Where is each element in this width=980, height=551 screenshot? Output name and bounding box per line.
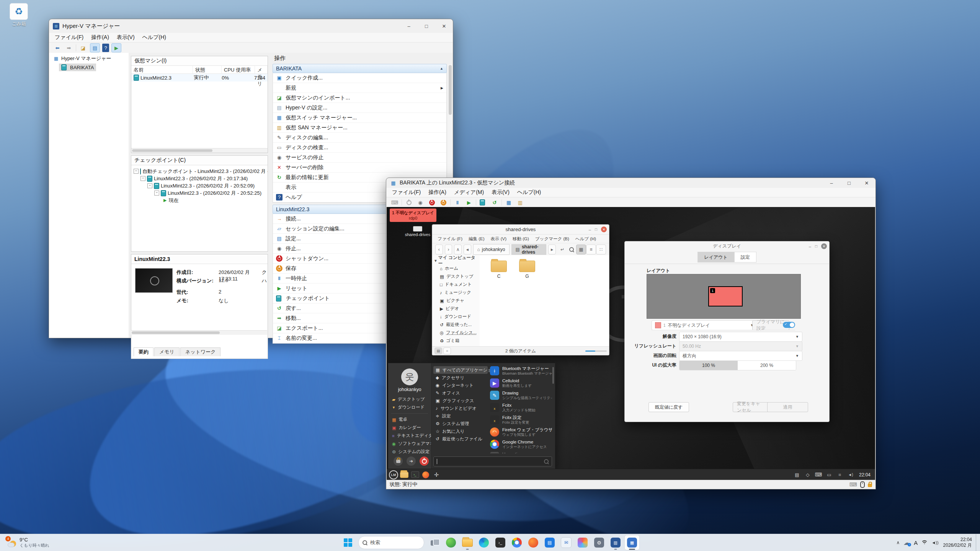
action-virtual-san-manager[interactable]: 仮想 SAN マネージャー... <box>273 123 446 133</box>
col-memory[interactable]: メモリ <box>255 66 268 73</box>
sidebar-item-pictures[interactable]: ピクチャ <box>432 297 480 305</box>
terminal-button[interactable]: ›_ <box>493 535 508 550</box>
maximize-button[interactable] <box>815 244 817 248</box>
forward-icon[interactable] <box>445 245 452 254</box>
category-preferences[interactable]: 設定 <box>433 412 488 420</box>
crumb-scroll-left-icon[interactable] <box>464 245 471 254</box>
sidebar-item-trash[interactable]: ゴミ箱 <box>432 337 480 345</box>
close-button[interactable] <box>435 19 453 33</box>
resolution-select[interactable]: 1920 × 1080 (16:9) <box>679 332 802 342</box>
app-system-settings[interactable]: システムの設定 <box>388 448 431 456</box>
vm-row[interactable]: LinuxMint22.3 実行中 0% 7184 <box>131 74 268 82</box>
desktop-icon-trash[interactable]: ごみ箱 <box>6 3 31 27</box>
hyperv-titlebar[interactable]: Hyper-V マネージャー <box>49 19 453 33</box>
tab-summary[interactable]: 要約 <box>134 347 154 356</box>
monitor-1-rect[interactable]: 1 <box>708 286 743 306</box>
shield-tray-icon[interactable] <box>803 470 812 479</box>
reset-icon[interactable] <box>464 198 474 207</box>
action-virtual-switch-manager[interactable]: 仮想スイッチ マネージャー... <box>273 113 446 123</box>
app-fcitx-config[interactable]: Fcitx 設定Fcitx 設定を変更 <box>490 415 552 427</box>
category-sound-video[interactable]: サウンドとビデオ <box>433 404 488 412</box>
start-button[interactable] <box>340 535 356 550</box>
forward-icon[interactable] <box>64 44 74 52</box>
chrome-button[interactable] <box>509 535 524 550</box>
export-icon[interactable] <box>78 44 88 52</box>
rotation-select[interactable]: 横方向 <box>679 351 802 361</box>
cancel-changes-button[interactable]: 変更をキャンセル <box>733 402 769 412</box>
clipboard-tray-icon[interactable] <box>792 470 802 479</box>
ctrl-alt-del-icon[interactable] <box>390 198 399 207</box>
app-fcitx[interactable]: Fcitx入力メソッドを開始 <box>490 403 552 415</box>
tab-layout[interactable]: レイアウト <box>697 252 734 262</box>
category-recent-files[interactable]: 最近使ったファイル <box>433 435 488 443</box>
minimize-button[interactable] <box>823 178 840 188</box>
firefox-button[interactable] <box>526 535 541 550</box>
place-downloads[interactable]: ダウンロード <box>388 403 431 411</box>
vm-list-hscrollbar[interactable] <box>131 148 268 153</box>
back-icon[interactable] <box>435 245 443 254</box>
minimize-button[interactable] <box>809 244 811 249</box>
category-administration[interactable]: システム管理 <box>433 420 488 427</box>
mail-button[interactable]: ✉ <box>559 535 574 550</box>
vmconnect-button[interactable]: ▦ <box>624 535 640 550</box>
crumb-scroll-right-icon[interactable] <box>548 245 556 254</box>
minimize-button[interactable] <box>589 227 591 232</box>
widgets-button[interactable] <box>443 535 459 550</box>
tree-root[interactable]: Hyper-V マネージャー <box>49 53 129 63</box>
apply-button[interactable]: 適用 <box>767 402 808 412</box>
app-drawing[interactable]: Drawingシンプルな描画ユーティリティ <box>490 391 552 403</box>
col-name[interactable]: 名前 <box>131 66 193 73</box>
menu-file[interactable]: ファイル(F) <box>51 33 87 42</box>
sidebar-item-downloads[interactable]: ダウンロード <box>432 313 480 321</box>
monitor-enabled-toggle[interactable] <box>783 322 795 328</box>
save-icon[interactable] <box>439 198 448 207</box>
volume-icon[interactable] <box>931 540 938 545</box>
hyperv-manager-button[interactable]: ▥ <box>608 535 623 550</box>
lock-button[interactable] <box>394 456 403 466</box>
checkpoint-item[interactable]: −LinuxMint22.3 - (2026/02/02 月 - 20:17:3… <box>140 175 266 182</box>
monitor-select[interactable]: 1 不明なディスプレイ <box>652 320 757 330</box>
nemo-file-area[interactable]: C G <box>480 255 609 347</box>
up-icon[interactable] <box>454 245 462 254</box>
menu-go[interactable]: 移動 (G) <box>510 235 531 243</box>
app-calendar[interactable]: カレンダー <box>388 424 431 432</box>
volume-tray-icon[interactable] <box>846 470 855 479</box>
search-box[interactable]: 検索 <box>358 536 424 549</box>
view-compact-icon[interactable] <box>596 245 606 254</box>
menu-action[interactable]: 操作(A) <box>88 33 113 42</box>
tab-settings[interactable]: 設定 <box>734 252 756 262</box>
show-action-pane-icon[interactable] <box>111 43 121 52</box>
maximize-button[interactable] <box>840 178 858 188</box>
back-icon[interactable] <box>53 44 62 52</box>
ime-indicator[interactable]: A <box>914 540 918 546</box>
session-settings-icon[interactable] <box>516 198 525 207</box>
settings-button[interactable]: ⚙ <box>591 535 607 550</box>
shutdown-button[interactable] <box>420 456 429 466</box>
action-quick-create[interactable]: クイック作成... <box>273 73 446 83</box>
menu-bookmarks[interactable]: ブックマーク (B) <box>533 235 572 243</box>
apps-scrollbar[interactable] <box>552 367 554 384</box>
display-tray-icon[interactable] <box>825 470 834 479</box>
menu-help[interactable]: ヘルプ (H) <box>573 235 598 243</box>
checkpoint-item[interactable]: −自動チェックポイント - LinuxMint22.3 - (2026/02/0… <box>134 168 266 175</box>
close-button[interactable] <box>821 243 827 249</box>
app-google-chrome[interactable]: Google Chromeインターネットにアクセス <box>490 440 552 452</box>
vmconnect-titlebar[interactable]: BARIKATA 上の LinuxMint22.3 - 仮想マシン接続 <box>386 178 875 188</box>
turn-off-icon[interactable] <box>416 198 425 207</box>
shutdown-icon[interactable] <box>427 198 436 207</box>
category-internet[interactable]: インターネット <box>433 381 488 389</box>
checkpoint-icon[interactable] <box>479 198 488 207</box>
clock[interactable]: 22:04 2026/02/02 月 <box>943 537 972 548</box>
menu-file[interactable]: ファイル(F) <box>389 188 424 197</box>
menu-file[interactable]: ファイル (F) <box>435 235 465 243</box>
minimize-button[interactable] <box>400 19 418 33</box>
action-import-vm[interactable]: 仮想マシンのインポート... <box>273 93 446 103</box>
wifi-icon[interactable] <box>921 540 928 545</box>
category-graphics[interactable]: グラフィックス <box>433 397 488 404</box>
action-stop-service[interactable]: サービスの停止 <box>273 153 446 163</box>
tray-overflow-chevron-icon[interactable] <box>897 540 900 545</box>
sidebar-item-recent[interactable]: 最近使った... <box>432 321 480 329</box>
breadcrumb-home[interactable]: johokankyo <box>473 244 510 255</box>
pause-icon[interactable] <box>453 198 462 207</box>
expander-icon[interactable] <box>434 258 437 263</box>
